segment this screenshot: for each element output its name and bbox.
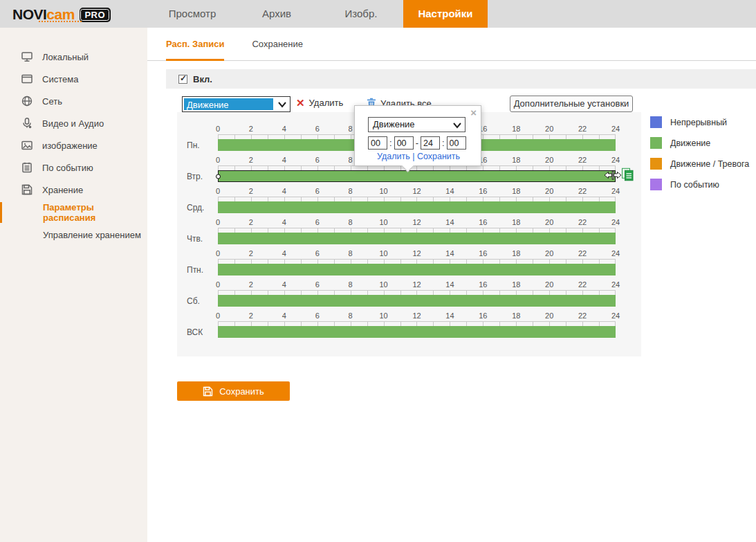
schedule-bar[interactable] xyxy=(218,326,616,338)
day-label: Втр. xyxy=(187,172,203,181)
hour-tick-label: 20 xyxy=(545,125,553,133)
colon-separator: : xyxy=(389,138,392,148)
sidebar-item-storage[interactable]: Хранение xyxy=(0,179,147,201)
time-ruler-ticks xyxy=(218,228,616,233)
time-ruler-ticks xyxy=(218,321,616,326)
time-ruler: 024681012141618202224 xyxy=(218,187,616,196)
hour-tick-label: 18 xyxy=(512,218,520,226)
hour-tick-label: 6 xyxy=(315,280,320,289)
hour-tick-label: 4 xyxy=(282,280,286,289)
chevron-down-icon xyxy=(277,100,287,109)
enable-label: Вкл. xyxy=(193,74,212,84)
popup-record-type-select[interactable]: Движение xyxy=(368,117,465,132)
tab-record-schedule[interactable]: Расп. Записи xyxy=(166,28,224,61)
schedule-bar-selected[interactable] xyxy=(218,170,616,182)
hour-tick-label: 8 xyxy=(349,187,353,195)
sidebar-item-label: Система xyxy=(42,74,78,84)
content-tabs: Расп. Записи Сохранение xyxy=(147,28,756,61)
enable-bar: ✓ Вкл. xyxy=(166,69,756,89)
hour-tick-label: 10 xyxy=(379,249,387,258)
sidebar-item-image[interactable]: изображение xyxy=(0,134,147,156)
hour-tick-label: 10 xyxy=(379,280,387,289)
nav-item-settings[interactable]: Настройки xyxy=(403,0,488,28)
popup-save-link[interactable]: Сохранить xyxy=(417,152,460,161)
hour-tick-label: 24 xyxy=(611,156,620,164)
hour-tick-label: 16 xyxy=(479,311,487,320)
hour-tick-label: 8 xyxy=(349,156,353,164)
main-content: Расп. Записи Сохранение ✓ Вкл. Движение … xyxy=(147,28,756,542)
sidebar-item-label: По событию xyxy=(42,163,93,173)
sidebar-subitem-schedule-params[interactable]: Параметры расписания xyxy=(0,202,147,223)
end-hour-input[interactable] xyxy=(421,136,440,150)
hour-tick-label: 2 xyxy=(249,249,253,258)
start-minute-input[interactable] xyxy=(394,136,414,150)
hour-tick-label: 18 xyxy=(512,156,520,164)
storage-floppy-icon xyxy=(21,183,33,196)
logo-tagline xyxy=(39,21,82,22)
hour-tick-label: 8 xyxy=(349,125,353,133)
tab-saving[interactable]: Сохранение xyxy=(252,28,303,61)
novicam-logo: NOVIcam PRO xyxy=(12,4,111,25)
hour-tick-label: 18 xyxy=(512,125,520,133)
hour-tick-label: 22 xyxy=(578,125,587,133)
popup-links: Удалить | Сохранить xyxy=(355,152,482,161)
start-hour-input[interactable] xyxy=(368,136,387,150)
hour-tick-label: 8 xyxy=(349,280,353,289)
hour-tick-label: 4 xyxy=(282,187,286,195)
sidebar-item-video-audio[interactable]: Видео и Аудио xyxy=(0,112,147,134)
schedule-bar[interactable] xyxy=(218,295,616,307)
sidebar-item-local[interactable]: Локальный xyxy=(0,46,147,68)
hour-tick-label: 12 xyxy=(412,311,421,320)
system-window-icon xyxy=(21,73,33,85)
save-floppy-icon xyxy=(203,386,213,397)
bar-left-handle[interactable] xyxy=(216,174,221,179)
hour-tick-label: 22 xyxy=(578,311,587,320)
time-ruler: 024681012141618202224 xyxy=(218,249,616,258)
hour-tick-label: 24 xyxy=(611,311,620,320)
hour-tick-label: 10 xyxy=(379,187,387,195)
close-icon[interactable]: × xyxy=(470,107,477,118)
hour-tick-label: 12 xyxy=(412,218,421,226)
hour-tick-label: 6 xyxy=(315,311,320,320)
schedule-bar[interactable] xyxy=(218,233,616,244)
popup-delete-link[interactable]: Удалить xyxy=(377,152,410,161)
copy-schedule-icon[interactable] xyxy=(621,167,634,183)
checkmark-icon: ✓ xyxy=(180,73,187,83)
image-icon xyxy=(21,139,33,152)
sidebar-subitem-storage-management[interactable]: Управление хранением xyxy=(0,224,147,245)
legend-swatch-motion xyxy=(650,137,662,149)
advanced-settings-button[interactable]: Дополнительные установки xyxy=(510,96,633,112)
hour-tick-label: 24 xyxy=(611,280,620,289)
delete-x-icon: ✕ xyxy=(296,98,305,108)
sidebar-item-network[interactable]: Сеть xyxy=(0,90,147,112)
time-ruler: 024681012141618202224 xyxy=(218,218,616,227)
popup-record-type-value: Движение xyxy=(373,119,415,129)
save-button[interactable]: Сохранить xyxy=(177,381,290,401)
hour-tick-label: 24 xyxy=(611,125,620,133)
hour-tick-label: 12 xyxy=(412,249,421,258)
sidebar-item-label: Локальный xyxy=(42,52,89,62)
schedule-row-wed: Срд. 024681012141618202224 xyxy=(177,187,641,218)
day-label: Птн. xyxy=(187,265,203,275)
nav-item-archive[interactable]: Архив xyxy=(234,0,319,28)
nav-item-image[interactable]: Изобр. xyxy=(319,0,403,28)
schedule-bar[interactable] xyxy=(218,264,616,275)
legend-swatch-event xyxy=(650,179,662,190)
hour-tick-label: 2 xyxy=(249,218,253,226)
hour-tick-label: 16 xyxy=(479,218,487,226)
hour-tick-label: 2 xyxy=(249,187,253,195)
delete-button[interactable]: ✕ Удалить xyxy=(296,98,343,108)
end-minute-input[interactable] xyxy=(447,136,466,150)
enable-checkbox[interactable]: ✓ xyxy=(178,75,187,84)
schedule-bar[interactable] xyxy=(218,201,616,213)
pro-badge: PRO xyxy=(80,8,111,22)
sidebar-item-event[interactable]: По событию xyxy=(0,156,147,179)
schedule-row-sat: Сб. 024681012141618202224 xyxy=(177,280,641,311)
legend-row: Движение xyxy=(650,137,756,149)
record-type-select[interactable]: Движение xyxy=(182,96,291,112)
sidebar-item-system[interactable]: Система xyxy=(0,68,147,90)
nav-item-live-view[interactable]: Просмотр xyxy=(150,0,234,28)
hour-tick-label: 6 xyxy=(315,218,320,226)
hour-tick-label: 4 xyxy=(282,156,286,164)
record-type-select-value: Движение xyxy=(184,98,273,110)
